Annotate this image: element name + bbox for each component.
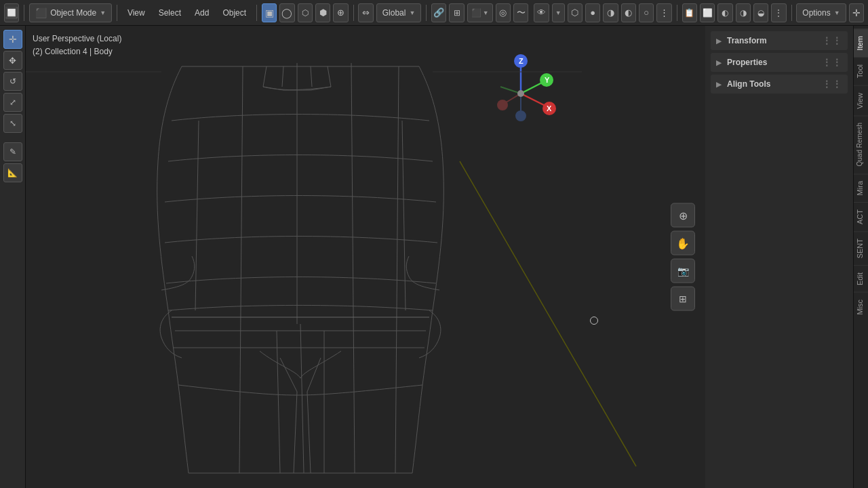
side-tab-edit[interactable]: Edit <box>854 265 868 292</box>
object-mode-icon: ⬛ <box>35 7 47 18</box>
viewport-btn-3[interactable]: ◑ <box>736 3 751 22</box>
select-menu[interactable]: Select <box>153 3 186 22</box>
measure-left-tool[interactable]: 📐 <box>3 163 22 182</box>
viewport-overlay-dropdown[interactable]: ▼ <box>552 3 565 22</box>
side-tab-quad-remesh[interactable]: Quad Remesh <box>854 115 868 173</box>
svg-point-14 <box>517 90 524 97</box>
shading-solid-btn[interactable]: ● <box>585 3 600 22</box>
svg-line-15 <box>460 161 636 466</box>
transform-label: Transform <box>727 36 767 45</box>
transform-chevron: ▶ <box>716 37 722 45</box>
xray-btn[interactable]: ⬡ <box>568 3 583 22</box>
side-tab-mira[interactable]: Mira <box>854 174 868 202</box>
top-toolbar: 🔲 ⬛ Object Mode ▼ View Select Add Object… <box>0 0 868 26</box>
object-mode-label: Object Mode <box>50 8 96 18</box>
separator-1 <box>24 5 24 21</box>
shading-render-btn[interactable]: ○ <box>639 3 654 22</box>
properties-chevron: ▶ <box>716 59 722 66</box>
proportional-btn[interactable]: ◎ <box>496 3 511 22</box>
viewport-btn-2[interactable]: ◐ <box>717 3 732 22</box>
options-arrow: ▼ <box>834 9 840 16</box>
global-arrow: ▼ <box>409 9 415 16</box>
align-tools-label: Align Tools <box>727 79 770 89</box>
transform-icon-btn[interactable]: ⇔ <box>358 3 373 22</box>
snap-type-dropdown[interactable]: ⬛ ▼ <box>467 3 493 22</box>
options-dropdown[interactable]: Options ▼ <box>796 3 846 22</box>
global-label: Global <box>382 8 406 18</box>
editor-type-button[interactable]: 🔲 <box>4 3 19 22</box>
properties-dots: ⋮⋮ <box>822 57 842 68</box>
snap-arrow: ▼ <box>483 9 489 16</box>
view-menu[interactable]: View <box>122 3 151 22</box>
pan-float-btn[interactable]: ✋ <box>671 231 695 256</box>
rotate-left-tool[interactable]: ↺ <box>3 72 22 91</box>
viewport-info: User Perspective (Local) (2) Collection … <box>33 33 121 58</box>
object-mode-dropdown[interactable]: ⬛ Object Mode ▼ <box>29 3 112 22</box>
shading-material-btn[interactable]: ◐ <box>621 3 636 22</box>
svg-text:Z: Z <box>519 57 524 65</box>
zoom-float-btn[interactable]: ⊕ <box>671 203 695 228</box>
select-lasso-tool[interactable]: ⬡ <box>298 3 313 22</box>
side-tab-sent[interactable]: SENT <box>854 231 868 265</box>
properties-header[interactable]: ▶ Properties ⋮⋮ <box>711 53 848 72</box>
viewport-btn-4[interactable]: ◒ <box>753 3 768 22</box>
align-tools-header[interactable]: ▶ Align Tools ⋮⋮ <box>711 75 848 94</box>
extra-shading-btn[interactable]: ⋮ <box>656 3 671 22</box>
select-box-tool[interactable]: ▣ <box>262 3 277 22</box>
object-menu[interactable]: Object <box>217 3 252 22</box>
scale-left-tool[interactable]: ⤢ <box>3 93 22 112</box>
viewport-btn-5[interactable]: ⋮ <box>771 3 786 22</box>
viewport-btn-1[interactable]: ⬜ <box>700 3 715 22</box>
side-tab-act[interactable]: ACT <box>854 202 868 231</box>
separator-7 <box>791 5 792 21</box>
transform-left-tool[interactable]: ⤡ <box>3 114 22 133</box>
cursor-tool-header[interactable]: ✛ <box>849 3 864 22</box>
add-menu[interactable]: Add <box>189 3 214 22</box>
move-left-tool[interactable]: ✥ <box>3 51 22 70</box>
curve-btn[interactable]: 〜 <box>513 3 528 22</box>
viewport-content: User Perspective (Local) (2) Collection … <box>26 26 705 488</box>
svg-text:Y: Y <box>545 76 550 84</box>
select-circle-tool[interactable]: ◯ <box>279 3 294 22</box>
grid-float-btn[interactable]: ⊞ <box>671 287 695 311</box>
svg-text:X: X <box>547 104 552 113</box>
float-tools: ⊕ ✋ 📷 ⊞ <box>671 203 695 311</box>
object-mode-arrow: ▼ <box>100 9 106 16</box>
perspective-label: User Perspective (Local) <box>33 33 121 45</box>
cursor-left-tool[interactable]: ✛ <box>3 30 22 49</box>
annotate-left-tool[interactable]: ✎ <box>3 142 22 161</box>
separator-6 <box>677 5 677 21</box>
viewport-overlay-btn[interactable]: 👁 <box>534 3 549 22</box>
global-dropdown[interactable]: Global ▼ <box>376 3 422 22</box>
side-tab-item[interactable]: Item <box>854 28 868 57</box>
separator-2 <box>117 5 117 21</box>
side-tab-view[interactable]: View <box>854 85 868 116</box>
separator-5 <box>426 5 427 21</box>
side-tab-tool[interactable]: Tool <box>854 57 868 85</box>
align-tools-chevron: ▶ <box>716 81 722 88</box>
align-tools-dots: ⋮⋮ <box>822 79 842 89</box>
scene-collection-btn[interactable]: 📋 <box>682 3 697 22</box>
transform-dots: ⋮⋮ <box>822 35 842 46</box>
side-tabs: Item Tool View Quad Remesh Mira ACT SENT… <box>853 26 868 488</box>
viewport[interactable]: User Perspective (Local) (2) Collection … <box>0 26 705 488</box>
select-more-tool[interactable]: ⊕ <box>333 3 348 22</box>
side-tab-misc[interactable]: Misc <box>854 292 868 322</box>
snap-btn[interactable]: 🔗 <box>431 3 446 22</box>
svg-point-10 <box>497 100 508 110</box>
align-tools-section: ▶ Align Tools ⋮⋮ <box>711 75 848 94</box>
options-label: Options <box>802 8 830 18</box>
mesh-canvas: Z Y X <box>26 26 705 488</box>
select-extra-tool[interactable]: ⬢ <box>315 3 330 22</box>
collection-label: (2) Collection 4 | Body <box>33 45 121 58</box>
left-toolbar: ✛ ✥ ↺ ⤢ ⤡ ✎ 📐 <box>0 26 26 488</box>
transform-header[interactable]: ▶ Transform ⋮⋮ <box>711 31 848 50</box>
separator-3 <box>256 5 257 21</box>
properties-section: ▶ Properties ⋮⋮ <box>711 53 848 72</box>
right-panel: ▶ Transform ⋮⋮ ▶ Properties ⋮⋮ ▶ Align T… <box>705 26 853 488</box>
properties-label: Properties <box>727 58 767 67</box>
snap-options-btn[interactable]: ⊞ <box>449 3 464 22</box>
separator-4 <box>353 5 354 21</box>
shading-wire-btn[interactable]: ◑ <box>603 3 618 22</box>
camera-float-btn[interactable]: 📷 <box>671 259 695 283</box>
